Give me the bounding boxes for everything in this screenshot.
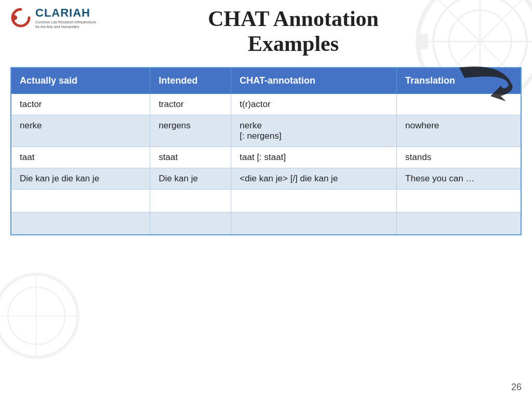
cell-chat-annotation <box>231 212 397 235</box>
table-body: tactortractort(r)actornerkenergensnerke … <box>11 94 521 235</box>
cell-actually-said: taat <box>11 147 150 168</box>
page-title: CHAT Annotation Examples <box>96 6 522 57</box>
bg-decoration-left <box>0 264 88 368</box>
cell-chat-annotation <box>231 189 397 212</box>
table-header-row: Actually said Intended CHAT-annotation T… <box>11 68 521 94</box>
cell-intended <box>150 189 231 212</box>
title-line1: CHAT Annotation <box>208 7 379 31</box>
table-row <box>11 189 521 212</box>
cell-actually-said <box>11 212 150 235</box>
annotation-table: Actually said Intended CHAT-annotation T… <box>10 67 522 236</box>
cell-intended: staat <box>150 147 231 168</box>
svg-point-11 <box>0 274 78 357</box>
annotation-table-container: Actually said Intended CHAT-annotation T… <box>10 67 522 236</box>
cell-translation: These you can … <box>397 168 521 189</box>
cell-chat-annotation: <die kan je> [/] die kan je <box>231 168 397 189</box>
cell-translation: stands <box>397 147 521 168</box>
cell-chat-annotation: taat [: staat] <box>231 147 397 168</box>
slide-number: 26 <box>511 382 522 393</box>
col-chat-annotation: CHAT-annotation <box>231 68 397 94</box>
cell-intended: Die kan je <box>150 168 231 189</box>
svg-point-15 <box>12 15 17 20</box>
logo-icon <box>10 7 31 28</box>
table-row: Die kan je die kan jeDie kan je<die kan … <box>11 168 521 189</box>
title-line2: Examples <box>248 32 339 56</box>
cell-intended: tractor <box>150 94 231 115</box>
cell-intended <box>150 212 231 235</box>
logo-sub-text: Common Lab Research Infrastructure for t… <box>35 20 96 29</box>
cell-chat-annotation: nerke [: nergens] <box>231 115 397 147</box>
table-row <box>11 212 521 235</box>
col-intended: Intended <box>150 68 231 94</box>
logo: CLARIAH Common Lab Research Infrastructu… <box>10 6 96 29</box>
cell-translation: nowhere <box>397 115 521 147</box>
cell-actually-said: nerke <box>11 115 150 147</box>
cell-actually-said: Die kan je die kan je <box>11 168 150 189</box>
cell-translation <box>397 189 521 212</box>
table-row: nerkenergensnerke [: nergens]nowhere <box>11 115 521 147</box>
logo-main-text: CLARIAH <box>35 6 96 20</box>
svg-point-12 <box>8 287 65 344</box>
col-actually-said: Actually said <box>11 68 150 94</box>
cell-chat-annotation: t(r)actor <box>231 94 397 115</box>
table-row: tactortractort(r)actor <box>11 94 521 115</box>
cell-intended: nergens <box>150 115 231 147</box>
logo-text: CLARIAH Common Lab Research Infrastructu… <box>35 6 96 29</box>
table-row: taatstaattaat [: staat]stands <box>11 147 521 168</box>
arrow-decoration <box>449 52 522 106</box>
cell-actually-said <box>11 189 150 212</box>
cell-translation <box>397 212 521 235</box>
cell-actually-said: tactor <box>11 94 150 115</box>
slide-header: CLARIAH Common Lab Research Infrastructu… <box>0 0 532 57</box>
